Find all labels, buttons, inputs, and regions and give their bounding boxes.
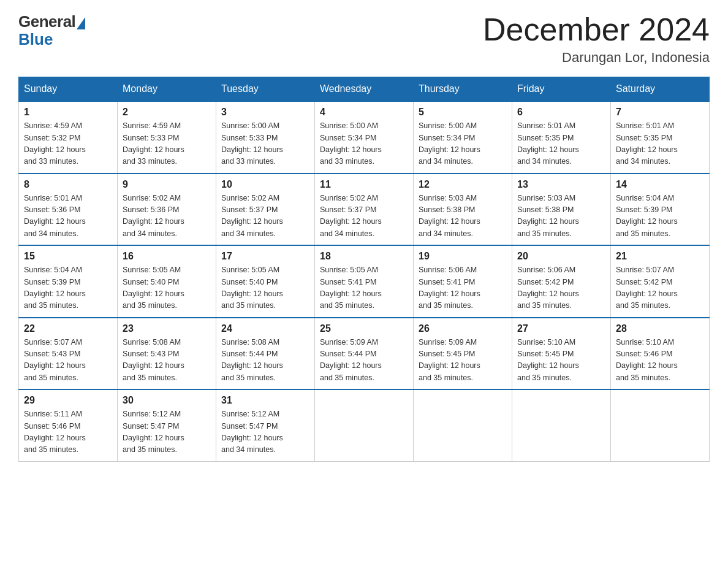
day-of-week-header: Tuesday — [216, 77, 315, 102]
day-of-week-header: Wednesday — [315, 77, 414, 102]
calendar-week-row: 22 Sunrise: 5:07 AMSunset: 5:43 PMDaylig… — [19, 318, 710, 390]
calendar-cell: 7 Sunrise: 5:01 AMSunset: 5:35 PMDayligh… — [611, 101, 710, 174]
day-info: Sunrise: 5:04 AMSunset: 5:39 PMDaylight:… — [616, 194, 678, 238]
day-number: 27 — [517, 323, 605, 334]
day-number: 7 — [616, 107, 704, 118]
calendar-table: SundayMondayTuesdayWednesdayThursdayFrid… — [18, 77, 710, 462]
logo: General Blue — [18, 12, 85, 49]
day-info: Sunrise: 5:01 AMSunset: 5:35 PMDaylight:… — [517, 121, 579, 166]
calendar-cell: 29 Sunrise: 5:11 AMSunset: 5:46 PMDaylig… — [19, 389, 118, 461]
page-header: General Blue December 2024 Darungan Lor,… — [18, 12, 710, 66]
day-number: 24 — [221, 323, 309, 334]
day-of-week-header: Friday — [512, 77, 611, 102]
calendar-cell: 8 Sunrise: 5:01 AMSunset: 5:36 PMDayligh… — [19, 174, 118, 246]
day-info: Sunrise: 5:06 AMSunset: 5:41 PMDaylight:… — [419, 266, 480, 310]
day-of-week-header: Thursday — [414, 77, 512, 102]
day-info: Sunrise: 5:10 AMSunset: 5:45 PMDaylight:… — [517, 338, 579, 382]
day-info: Sunrise: 5:03 AMSunset: 5:38 PMDaylight:… — [419, 194, 480, 238]
calendar-cell: 19 Sunrise: 5:06 AMSunset: 5:41 PMDaylig… — [414, 245, 512, 318]
calendar-cell: 10 Sunrise: 5:02 AMSunset: 5:37 PMDaylig… — [216, 174, 315, 246]
day-number: 2 — [123, 107, 211, 118]
day-number: 1 — [24, 107, 112, 118]
calendar-cell: 20 Sunrise: 5:06 AMSunset: 5:42 PMDaylig… — [512, 245, 611, 318]
day-number: 17 — [221, 251, 309, 262]
calendar-cell: 25 Sunrise: 5:09 AMSunset: 5:44 PMDaylig… — [315, 318, 414, 390]
day-number: 3 — [221, 107, 309, 118]
day-info: Sunrise: 5:10 AMSunset: 5:46 PMDaylight:… — [616, 338, 678, 382]
calendar-cell — [315, 389, 414, 461]
calendar-week-row: 15 Sunrise: 5:04 AMSunset: 5:39 PMDaylig… — [19, 245, 710, 318]
calendar-cell: 16 Sunrise: 5:05 AMSunset: 5:40 PMDaylig… — [118, 245, 216, 318]
logo-blue-text: Blue — [18, 30, 53, 49]
day-info: Sunrise: 5:09 AMSunset: 5:45 PMDaylight:… — [419, 338, 480, 382]
logo-general-text: General — [18, 12, 75, 31]
calendar-cell: 2 Sunrise: 4:59 AMSunset: 5:33 PMDayligh… — [118, 101, 216, 174]
day-number: 10 — [221, 179, 309, 190]
day-info: Sunrise: 5:01 AMSunset: 5:36 PMDaylight:… — [24, 194, 86, 238]
day-number: 16 — [123, 251, 211, 262]
day-info: Sunrise: 5:08 AMSunset: 5:43 PMDaylight:… — [123, 338, 184, 382]
day-of-week-header: Saturday — [611, 77, 710, 102]
calendar-cell: 30 Sunrise: 5:12 AMSunset: 5:47 PMDaylig… — [118, 389, 216, 461]
calendar-cell: 28 Sunrise: 5:10 AMSunset: 5:46 PMDaylig… — [611, 318, 710, 390]
calendar-cell: 31 Sunrise: 5:12 AMSunset: 5:47 PMDaylig… — [216, 389, 315, 461]
day-info: Sunrise: 5:03 AMSunset: 5:38 PMDaylight:… — [517, 194, 579, 238]
day-info: Sunrise: 5:02 AMSunset: 5:36 PMDaylight:… — [123, 194, 184, 238]
calendar-cell: 17 Sunrise: 5:05 AMSunset: 5:40 PMDaylig… — [216, 245, 315, 318]
calendar-cell: 14 Sunrise: 5:04 AMSunset: 5:39 PMDaylig… — [611, 174, 710, 246]
day-number: 26 — [419, 323, 507, 334]
day-info: Sunrise: 5:07 AMSunset: 5:43 PMDaylight:… — [24, 338, 86, 382]
day-number: 5 — [419, 107, 507, 118]
day-number: 21 — [616, 251, 704, 262]
calendar-cell: 5 Sunrise: 5:00 AMSunset: 5:34 PMDayligh… — [414, 101, 512, 174]
day-of-week-header: Monday — [118, 77, 216, 102]
calendar-cell: 27 Sunrise: 5:10 AMSunset: 5:45 PMDaylig… — [512, 318, 611, 390]
calendar-cell: 22 Sunrise: 5:07 AMSunset: 5:43 PMDaylig… — [19, 318, 118, 390]
calendar-cell: 11 Sunrise: 5:02 AMSunset: 5:37 PMDaylig… — [315, 174, 414, 246]
calendar-week-row: 1 Sunrise: 4:59 AMSunset: 5:32 PMDayligh… — [19, 101, 710, 174]
day-number: 29 — [24, 395, 112, 406]
calendar-cell: 26 Sunrise: 5:09 AMSunset: 5:45 PMDaylig… — [414, 318, 512, 390]
calendar-cell — [611, 389, 710, 461]
calendar-cell: 3 Sunrise: 5:00 AMSunset: 5:33 PMDayligh… — [216, 101, 315, 174]
day-info: Sunrise: 4:59 AMSunset: 5:32 PMDaylight:… — [24, 121, 86, 166]
day-number: 31 — [221, 395, 309, 406]
calendar-cell: 23 Sunrise: 5:08 AMSunset: 5:43 PMDaylig… — [118, 318, 216, 390]
day-number: 23 — [123, 323, 211, 334]
day-info: Sunrise: 5:00 AMSunset: 5:33 PMDaylight:… — [221, 121, 283, 166]
calendar-cell — [512, 389, 611, 461]
day-info: Sunrise: 5:05 AMSunset: 5:40 PMDaylight:… — [123, 266, 184, 310]
day-number: 12 — [419, 179, 507, 190]
calendar-week-row: 8 Sunrise: 5:01 AMSunset: 5:36 PMDayligh… — [19, 174, 710, 246]
day-number: 25 — [320, 323, 408, 334]
day-number: 30 — [123, 395, 211, 406]
calendar-cell: 1 Sunrise: 4:59 AMSunset: 5:32 PMDayligh… — [19, 101, 118, 174]
day-info: Sunrise: 5:08 AMSunset: 5:44 PMDaylight:… — [221, 338, 283, 382]
day-info: Sunrise: 5:09 AMSunset: 5:44 PMDaylight:… — [320, 338, 382, 382]
calendar-header-row: SundayMondayTuesdayWednesdayThursdayFrid… — [19, 77, 710, 102]
day-number: 28 — [616, 323, 704, 334]
calendar-cell: 24 Sunrise: 5:08 AMSunset: 5:44 PMDaylig… — [216, 318, 315, 390]
calendar-cell: 12 Sunrise: 5:03 AMSunset: 5:38 PMDaylig… — [414, 174, 512, 246]
day-info: Sunrise: 5:04 AMSunset: 5:39 PMDaylight:… — [24, 266, 86, 310]
calendar-cell: 15 Sunrise: 5:04 AMSunset: 5:39 PMDaylig… — [19, 245, 118, 318]
day-number: 11 — [320, 179, 408, 190]
day-info: Sunrise: 5:05 AMSunset: 5:41 PMDaylight:… — [320, 266, 382, 310]
day-info: Sunrise: 5:00 AMSunset: 5:34 PMDaylight:… — [419, 121, 480, 166]
day-number: 19 — [419, 251, 507, 262]
calendar-cell: 4 Sunrise: 5:00 AMSunset: 5:34 PMDayligh… — [315, 101, 414, 174]
day-info: Sunrise: 5:11 AMSunset: 5:46 PMDaylight:… — [24, 410, 86, 454]
day-number: 15 — [24, 251, 112, 262]
day-number: 4 — [320, 107, 408, 118]
calendar-cell: 13 Sunrise: 5:03 AMSunset: 5:38 PMDaylig… — [512, 174, 611, 246]
subtitle: Darungan Lor, Indonesia — [483, 50, 710, 66]
calendar-cell: 6 Sunrise: 5:01 AMSunset: 5:35 PMDayligh… — [512, 101, 611, 174]
day-number: 13 — [517, 179, 605, 190]
day-number: 20 — [517, 251, 605, 262]
calendar-cell: 18 Sunrise: 5:05 AMSunset: 5:41 PMDaylig… — [315, 245, 414, 318]
calendar-cell — [414, 389, 512, 461]
day-number: 22 — [24, 323, 112, 334]
logo-triangle-icon — [77, 17, 85, 29]
day-number: 9 — [123, 179, 211, 190]
day-of-week-header: Sunday — [19, 77, 118, 102]
